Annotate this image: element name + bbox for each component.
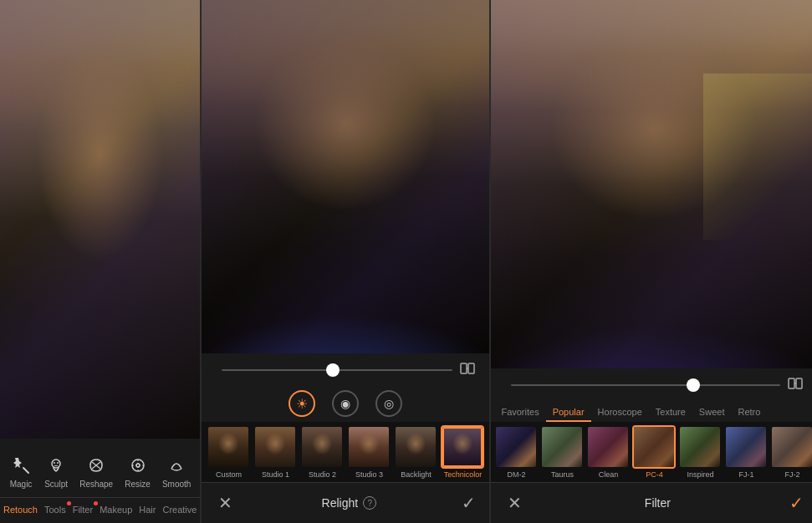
tab-retouch[interactable]: Retouch [0,503,41,516]
filter-thumb-pc4[interactable]: PC-4 [632,425,676,479]
thumb-face-backlight [396,427,436,467]
filter-img-dm2 [494,425,538,469]
thumb-studio2[interactable]: Studio 2 [300,425,344,479]
filter-confirm-btn[interactable]: ✓ [789,493,804,513]
filter-panel: Favorites Popular Horoscope Texture Swee… [491,0,812,523]
photo-bg-2 [202,0,489,353]
filter-cancel-btn[interactable]: ✕ [504,490,525,516]
filter-img-clean [586,425,630,469]
filter-label-inspired: Inspired [687,470,713,479]
filter-thumb-fj1[interactable]: FJ-1 [724,425,768,479]
smooth-tool[interactable]: Smooth [157,450,196,492]
filter-thumb-taurus[interactable]: Taurus [540,425,584,479]
retouch-panel: Magic Sculpt [0,0,202,523]
thumb-backlight[interactable]: Backlight [394,425,437,479]
thumb-img-studio2 [300,425,344,469]
sun-light-btn[interactable]: ☀ [289,390,315,417]
filter-thumb-inspired[interactable]: Inspired [678,425,722,479]
filter-tab-retro[interactable]: Retro [731,404,767,422]
color-light-btn[interactable]: ◉ [332,390,359,417]
filter-face-inspired [680,427,720,467]
svg-point-2 [54,462,55,464]
relight-help-icon[interactable]: ? [363,496,376,510]
light-options: ☀ ◉ ◎ [202,385,489,422]
magic-label: Magic [10,480,33,489]
tab-creative[interactable]: Creative [159,503,200,516]
thumb-face-technicolor [442,427,483,467]
thumb-label-studio2: Studio 2 [309,470,336,479]
reshape-label: Reshape [79,480,113,489]
resize-label: Resize [125,480,151,489]
svg-line-0 [23,468,28,473]
resize-tool[interactable]: Resize [120,450,156,492]
bottom-ui-3: Favorites Popular Horoscope Texture Swee… [491,368,812,523]
filter-tab-horoscope[interactable]: Horoscope [591,404,649,422]
svg-rect-9 [789,378,794,388]
filter-label-pc4: PC-4 [646,470,663,479]
ring-light-btn[interactable]: ◎ [375,390,402,417]
bottom-ui-2: ☀ ◉ ◎ Custom [202,353,489,523]
filter-slider[interactable] [511,384,780,386]
thumb-face-studio1 [255,427,295,467]
filter-title: Filter [645,496,671,510]
thumb-label-backlight: Backlight [401,470,432,479]
svg-point-5 [136,464,140,467]
relight-thumbnails: Custom Studio 1 Studio 2 [202,422,489,482]
resize-icon [126,454,150,477]
tab-makeup[interactable]: Makeup [96,503,135,516]
filter-action-bar: ✕ Filter ✓ [491,482,812,523]
photo-area-3 [491,0,812,368]
thumb-studio1[interactable]: Studio 1 [253,425,297,479]
compare-icon-3[interactable] [787,375,804,395]
filter-tab-popular[interactable]: Popular [546,404,591,422]
filter-img-fj2 [770,425,812,469]
thumb-img-custom [207,425,250,469]
filter-thumbnails-list: DM-2 Taurus Clean PC-4 [491,422,812,482]
relight-confirm-btn[interactable]: ✓ [462,493,476,513]
tab-bar: Retouch Tools Filter Makeup Hair Creativ… [0,497,200,523]
relight-slider-thumb[interactable] [326,363,340,377]
svg-point-4 [132,460,144,471]
portrait-sim-1 [0,0,200,439]
smooth-icon [165,454,188,477]
filter-thumb-clean[interactable]: Clean [586,425,630,479]
tab-filter[interactable]: Filter [69,503,96,516]
filter-slider-thumb[interactable] [687,378,700,392]
thumb-studio3[interactable]: Studio 3 [347,425,391,479]
thumb-custom[interactable]: Custom [207,425,250,479]
tools-row: Magic Sculpt [0,445,200,497]
thumb-label-studio1: Studio 1 [262,470,289,479]
thumb-face-studio3 [349,427,389,467]
filter-tab-sweet[interactable]: Sweet [692,404,732,422]
filter-category-tabs: Favorites Popular Horoscope Texture Swee… [491,400,812,422]
magic-tool[interactable]: Magic [4,450,38,492]
filter-tab-favorites[interactable]: Favorites [494,404,545,422]
reshape-tool[interactable]: Reshape [74,450,118,492]
thumb-technicolor[interactable]: Technicolor [441,425,484,479]
thumb-label-custom: Custom [216,470,242,479]
thumb-img-technicolor [441,425,484,469]
relight-cancel-btn[interactable]: ✕ [215,490,236,516]
svg-point-1 [52,460,60,468]
filter-tab-texture[interactable]: Texture [649,404,692,422]
magic-icon [9,454,33,477]
sculpt-tool[interactable]: Sculpt [39,450,73,492]
filter-face-clean [588,427,628,467]
smooth-label: Smooth [162,480,191,489]
thumb-img-backlight [394,425,437,469]
compare-icon-2[interactable] [459,360,476,380]
filter-label-fj1: FJ-1 [738,470,753,479]
svg-rect-6 [461,363,467,373]
filter-thumb-fj2[interactable]: FJ-2 [770,425,812,479]
filter-label-dm2: DM-2 [507,470,525,479]
slider-area-3 [491,368,812,400]
filter-label-clean: Clean [599,470,619,479]
filter-thumb-dm2[interactable]: DM-2 [494,425,538,479]
tab-tools[interactable]: Tools [41,503,69,516]
thumb-face-custom [208,427,248,467]
tab-hair[interactable]: Hair [135,503,159,516]
filter-face-taurus [542,427,582,467]
filter-img-taurus [540,425,584,469]
relight-slider[interactable] [222,369,452,371]
portrait-sim-2 [202,0,489,353]
